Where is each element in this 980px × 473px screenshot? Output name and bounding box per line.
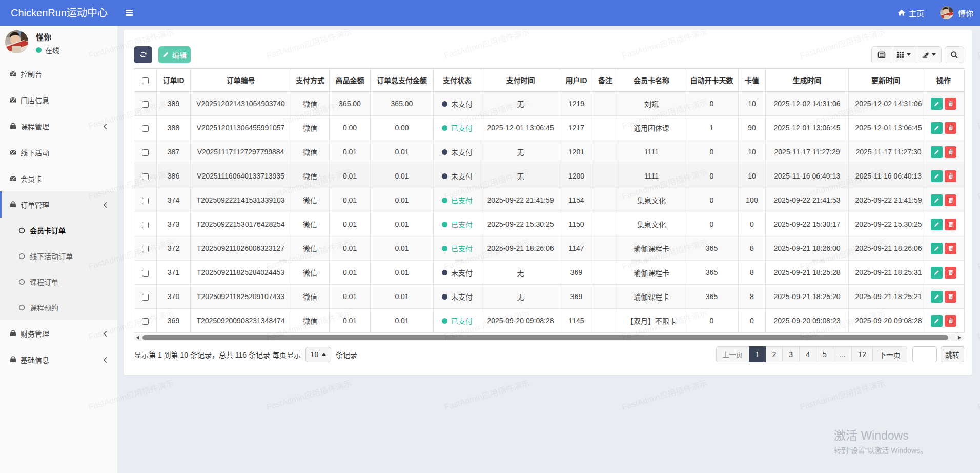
sidebar-subitem-线下活动订单[interactable]: 线下活动订单 xyxy=(0,243,117,269)
cell-amount: 365.00 xyxy=(330,92,371,116)
row-delete-button[interactable] xyxy=(945,170,956,182)
row-delete-button[interactable] xyxy=(945,122,956,134)
column-header-utime[interactable]: 更新时间 xyxy=(849,69,923,92)
sidebar-item-基础信息[interactable]: 基础信息 xyxy=(0,346,117,372)
row-checkbox[interactable] xyxy=(142,294,149,301)
page-size-dropdown[interactable]: 10 xyxy=(305,347,331,362)
page-button-12[interactable]: 12 xyxy=(851,346,873,362)
row-delete-button[interactable] xyxy=(945,243,956,254)
row-delete-button[interactable] xyxy=(945,98,956,110)
row-delete-button[interactable] xyxy=(945,291,956,303)
row-checkbox[interactable] xyxy=(142,198,149,204)
page-button-5[interactable]: 5 xyxy=(816,346,833,362)
scrollbar-thumb[interactable] xyxy=(142,335,948,340)
sidebar-subitem-课程订单[interactable]: 课程订单 xyxy=(0,269,117,294)
row-delete-button[interactable] xyxy=(945,146,956,158)
row-checkbox[interactable] xyxy=(142,101,149,108)
column-header-paytype[interactable]: 支付方式 xyxy=(291,69,330,92)
cell-pay-status: 未支付 xyxy=(434,285,481,309)
row-edit-button[interactable] xyxy=(931,243,943,254)
toggle-view-button[interactable] xyxy=(871,46,891,63)
page-button-下一页[interactable]: 下一页 xyxy=(872,346,907,362)
column-header-total[interactable]: 订单总支付金额 xyxy=(371,69,434,92)
sidebar-item-课程管理[interactable]: 课程管理 xyxy=(0,113,117,139)
row-delete-button[interactable] xyxy=(945,315,956,327)
briefcase-icon xyxy=(9,122,17,130)
scroll-left-arrow-icon[interactable] xyxy=(136,336,139,340)
column-header-card[interactable]: 会员卡名称 xyxy=(618,69,685,92)
sidebar-item-控制台[interactable]: 控制台 xyxy=(0,61,117,87)
columns-dropdown-button[interactable] xyxy=(891,46,916,63)
select-all-checkbox[interactable] xyxy=(142,77,149,84)
sidebar-item-线下活动[interactable]: 线下活动 xyxy=(0,139,117,165)
row-checkbox[interactable] xyxy=(142,246,149,252)
column-header-status[interactable]: 支付状态 xyxy=(434,69,481,92)
row-checkbox[interactable] xyxy=(142,149,149,156)
edit-button[interactable]: 编辑 xyxy=(158,46,191,63)
column-header-days[interactable]: 自动开卡天数 xyxy=(685,69,739,92)
cell-user-id: 1154 xyxy=(560,188,593,212)
row-edit-button[interactable] xyxy=(931,122,943,134)
sidebar-item-会员卡[interactable]: 会员卡 xyxy=(0,165,117,191)
page-button-2[interactable]: 2 xyxy=(766,346,783,362)
page-button-3[interactable]: 3 xyxy=(782,346,800,362)
cell-total: 0.00 xyxy=(371,116,434,140)
row-delete-button[interactable] xyxy=(945,267,956,279)
row-edit-button[interactable] xyxy=(931,267,943,279)
cell-order-id: 389 xyxy=(157,92,191,116)
row-edit-button[interactable] xyxy=(931,194,943,206)
page-button-...[interactable]: ... xyxy=(833,346,852,362)
row-edit-button[interactable] xyxy=(931,170,943,182)
page-button-4[interactable]: 4 xyxy=(799,346,816,362)
cell-order-no: T202509211826006323127 xyxy=(191,236,291,261)
column-header-value[interactable]: 卡值 xyxy=(739,69,766,92)
home-link[interactable]: 主页 xyxy=(896,0,925,26)
page-button-上一页[interactable]: 上一页 xyxy=(716,346,749,362)
row-edit-button[interactable] xyxy=(931,146,943,158)
row-checkbox[interactable] xyxy=(142,125,149,132)
orders-table: 订单ID订单编号支付方式商品金额订单总支付金额支付状态支付时间用户ID备注会员卡… xyxy=(134,68,965,333)
column-header-remark[interactable]: 备注 xyxy=(593,69,618,92)
row-edit-button[interactable] xyxy=(931,315,943,327)
horizontal-scrollbar[interactable] xyxy=(134,334,964,341)
cell-pay-status: 已支付 xyxy=(434,236,481,261)
cell-remark xyxy=(593,116,618,140)
column-header-id[interactable]: 订单ID xyxy=(157,69,191,92)
row-edit-button[interactable] xyxy=(931,98,943,110)
scroll-right-arrow-icon[interactable] xyxy=(958,336,961,340)
cell-order-id: 373 xyxy=(157,212,191,236)
jump-button[interactable]: 跳转 xyxy=(941,346,964,362)
row-checkbox[interactable] xyxy=(142,270,149,277)
row-edit-button[interactable] xyxy=(931,219,943,230)
chevron-left-icon xyxy=(103,330,108,337)
export-dropdown-button[interactable] xyxy=(916,46,942,63)
sidebar-item-门店信息[interactable]: 门店信息 xyxy=(0,87,117,113)
column-header-userid[interactable]: 用户ID xyxy=(560,69,593,92)
jump-page-input[interactable] xyxy=(912,346,937,362)
column-header-amount[interactable]: 商品金额 xyxy=(330,69,371,92)
column-header-ctime[interactable]: 生成时间 xyxy=(766,69,849,92)
row-checkbox[interactable] xyxy=(142,222,149,228)
column-header-ops[interactable]: 操作 xyxy=(923,69,965,92)
table-row-373: 373T202509221530176428254微信0.010.01已支付20… xyxy=(134,212,965,236)
row-delete-button[interactable] xyxy=(945,219,956,230)
row-delete-button[interactable] xyxy=(945,194,956,206)
cell-amount: 0.01 xyxy=(330,236,371,261)
sidebar-toggle-button[interactable] xyxy=(126,10,133,16)
sidebar-item-订单管理[interactable]: 订单管理 xyxy=(0,191,117,218)
user-menu[interactable]: 懂你 xyxy=(940,0,973,26)
refresh-button[interactable] xyxy=(134,46,152,63)
row-checkbox[interactable] xyxy=(142,318,149,325)
cell-create-time: 2025-09-20 09:08:23 xyxy=(766,309,849,333)
cell-pay-type: 微信 xyxy=(291,261,330,285)
sidebar-subitem-会员卡订单[interactable]: 会员卡订单 xyxy=(0,218,117,243)
column-header-orderno[interactable]: 订单编号 xyxy=(191,69,291,92)
sidebar-item-财务管理[interactable]: 财务管理 xyxy=(0,320,117,346)
column-header-paytime[interactable]: 支付时间 xyxy=(481,69,560,92)
row-edit-button[interactable] xyxy=(931,291,943,303)
sidebar-subitem-课程预约[interactable]: 课程预约 xyxy=(0,294,117,320)
search-button[interactable] xyxy=(945,46,964,63)
cell-card-name: 集泉文化 xyxy=(618,212,685,236)
page-button-1[interactable]: 1 xyxy=(749,346,766,362)
row-checkbox[interactable] xyxy=(142,173,149,180)
